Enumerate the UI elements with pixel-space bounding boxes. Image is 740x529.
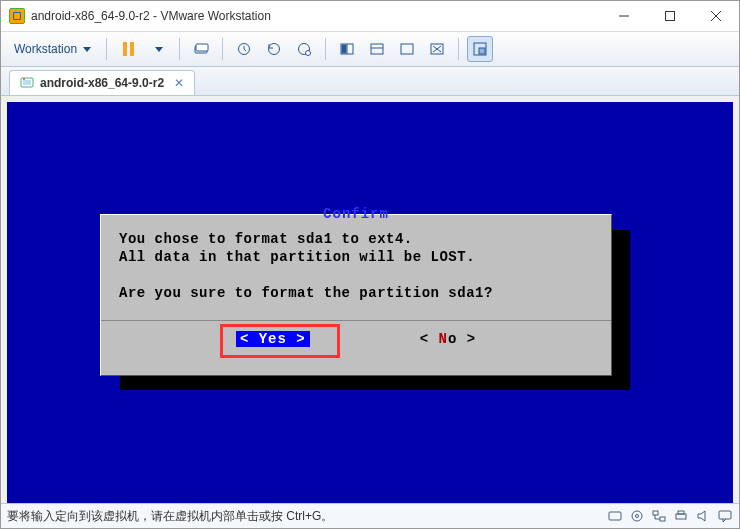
svg-rect-24 bbox=[719, 511, 731, 519]
svg-rect-22 bbox=[676, 514, 686, 519]
dialog-line: All data in that partition will be LOST. bbox=[119, 248, 593, 266]
send-ctrl-alt-del-button[interactable] bbox=[188, 36, 214, 62]
svg-point-4 bbox=[269, 44, 280, 55]
cd-icon[interactable] bbox=[629, 508, 645, 524]
power-dropdown[interactable] bbox=[145, 36, 171, 62]
vm-console[interactable]: Confirm You chose to format sda1 to ext4… bbox=[1, 96, 739, 503]
chevron-down-icon bbox=[83, 47, 91, 52]
svg-rect-8 bbox=[342, 45, 347, 54]
svg-rect-2 bbox=[196, 44, 208, 51]
split-vertical-icon bbox=[339, 41, 355, 57]
status-message: 要将输入定向到该虚拟机，请在虚拟机内部单击或按 Ctrl+G。 bbox=[7, 508, 601, 525]
maximize-icon bbox=[665, 11, 675, 21]
clock-gear-icon bbox=[296, 41, 312, 57]
pause-icon bbox=[123, 42, 134, 56]
sound-icon[interactable] bbox=[695, 508, 711, 524]
close-icon bbox=[711, 11, 721, 21]
minimize-button[interactable] bbox=[601, 1, 647, 31]
svg-point-16 bbox=[23, 78, 25, 80]
separator bbox=[222, 38, 223, 60]
keys-icon bbox=[193, 41, 209, 57]
dialog-title: Confirm bbox=[101, 206, 611, 222]
svg-rect-13 bbox=[479, 48, 485, 54]
vm-icon bbox=[20, 76, 34, 90]
message-icon[interactable] bbox=[717, 508, 733, 524]
clock-back-icon bbox=[266, 41, 282, 57]
annotation-highlight bbox=[220, 324, 340, 358]
snapshot-manager-button[interactable] bbox=[291, 36, 317, 62]
svg-rect-23 bbox=[678, 511, 684, 514]
svg-rect-15 bbox=[23, 80, 31, 85]
fullscreen-button[interactable] bbox=[394, 36, 420, 62]
view-split-button[interactable] bbox=[364, 36, 390, 62]
dialog-line: Are you sure to format the partition sda… bbox=[119, 284, 593, 302]
app-window: android-x86_64-9.0-r2 - VMware Workstati… bbox=[0, 0, 740, 529]
disk-icon[interactable] bbox=[607, 508, 623, 524]
spacer bbox=[119, 266, 593, 284]
view-console-button[interactable] bbox=[334, 36, 360, 62]
tab-vm[interactable]: android-x86_64-9.0-r2 ✕ bbox=[9, 70, 195, 95]
maximize-button[interactable] bbox=[647, 1, 693, 31]
dialog-body: You chose to format sda1 to ext4. All da… bbox=[101, 222, 611, 302]
titlebar: android-x86_64-9.0-r2 - VMware Workstati… bbox=[1, 1, 739, 32]
svg-rect-10 bbox=[401, 44, 413, 54]
printer-icon[interactable] bbox=[673, 508, 689, 524]
separator bbox=[458, 38, 459, 60]
thumbnail-button[interactable] bbox=[467, 36, 493, 62]
tab-close-icon[interactable]: ✕ bbox=[174, 76, 184, 90]
dialog-buttons: < Yes > < No > bbox=[101, 320, 611, 347]
workstation-menu[interactable]: Workstation bbox=[7, 38, 98, 60]
minimize-icon bbox=[619, 11, 629, 21]
separator bbox=[106, 38, 107, 60]
svg-rect-17 bbox=[609, 512, 621, 520]
snapshot-revert-button[interactable] bbox=[261, 36, 287, 62]
layout-icon bbox=[369, 41, 385, 57]
svg-rect-21 bbox=[660, 517, 665, 521]
svg-point-18 bbox=[632, 511, 642, 521]
window-title: android-x86_64-9.0-r2 - VMware Workstati… bbox=[31, 9, 601, 23]
separator bbox=[325, 38, 326, 60]
chevron-down-icon bbox=[155, 47, 163, 52]
confirm-dialog: Confirm You chose to format sda1 to ext4… bbox=[100, 214, 612, 376]
tab-strip: android-x86_64-9.0-r2 ✕ bbox=[1, 67, 739, 96]
dialog-line: You chose to format sda1 to ext4. bbox=[119, 230, 593, 248]
thumbnail-icon bbox=[472, 41, 488, 57]
workstation-menu-label: Workstation bbox=[14, 42, 77, 56]
separator bbox=[179, 38, 180, 60]
fullscreen-icon bbox=[399, 41, 415, 57]
unity-button[interactable] bbox=[424, 36, 450, 62]
status-bar: 要将输入定向到该虚拟机，请在虚拟机内部单击或按 Ctrl+G。 bbox=[1, 503, 739, 528]
no-button[interactable]: < No > bbox=[420, 331, 476, 347]
svg-point-6 bbox=[306, 51, 311, 56]
snapshot-take-button[interactable] bbox=[231, 36, 257, 62]
pause-button[interactable] bbox=[115, 36, 141, 62]
app-icon bbox=[9, 8, 25, 24]
unity-icon bbox=[429, 41, 445, 57]
svg-point-19 bbox=[636, 515, 639, 518]
tab-label: android-x86_64-9.0-r2 bbox=[40, 76, 164, 90]
toolbar: Workstation bbox=[1, 32, 739, 67]
svg-rect-9 bbox=[371, 44, 383, 54]
svg-rect-0 bbox=[666, 12, 675, 21]
clock-icon bbox=[236, 41, 252, 57]
close-button[interactable] bbox=[693, 1, 739, 31]
svg-rect-20 bbox=[653, 511, 658, 515]
network-icon[interactable] bbox=[651, 508, 667, 524]
